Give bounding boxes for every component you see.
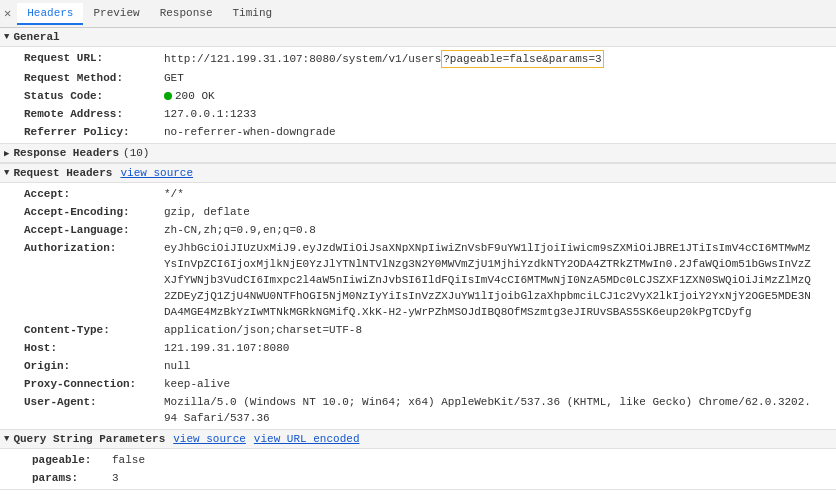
request-header-value: gzip, deflate [164, 204, 250, 220]
referrer-policy-value: no-referrer-when-downgrade [164, 124, 336, 140]
request-header-row: Accept-Language:zh-CN,zh;q=0.9,en;q=0.8 [0, 221, 836, 239]
request-headers-section: ▼ Request Headers view source Accept:*/*… [0, 164, 836, 430]
url-base: http://121.199.31.107:8080/system/v1/use… [164, 51, 441, 67]
request-header-row: Accept-Encoding:gzip, deflate [0, 203, 836, 221]
query-param-label: pageable: [32, 452, 112, 468]
request-header-label: Origin: [24, 358, 164, 374]
collapse-triangle: ▶ [4, 148, 9, 159]
query-string-section: ▼ Query String Parameters view source vi… [0, 430, 836, 490]
status-code-row: Status Code: 200 OK [0, 87, 836, 105]
request-header-label: Accept-Language: [24, 222, 164, 238]
response-headers-section-header[interactable]: ▶ Response Headers (10) [0, 144, 836, 163]
request-headers-content: Accept:*/*Accept-Encoding:gzip, deflateA… [0, 183, 836, 429]
request-url-label: Request URL: [24, 50, 164, 66]
general-section-title: General [13, 31, 59, 43]
request-header-label: User-Agent: [24, 394, 164, 426]
url-params: ?pageable=false&params=3 [441, 50, 603, 68]
request-header-row: Accept:*/* [0, 185, 836, 203]
general-section-header[interactable]: ▼ General [0, 28, 836, 47]
status-code-text: 200 OK [175, 90, 215, 102]
response-headers-count: (10) [123, 147, 149, 159]
request-header-label: Authorization: [24, 240, 164, 320]
remote-address-value: 127.0.0.1:1233 [164, 106, 256, 122]
response-headers-title: Response Headers [13, 147, 119, 159]
query-param-row: pageable:false [0, 451, 836, 469]
collapse-triangle: ▼ [4, 434, 9, 444]
tab-bar: ✕ Headers Preview Response Timing [0, 0, 836, 28]
query-string-title: Query String Parameters [13, 433, 165, 445]
tab-response[interactable]: Response [150, 3, 223, 25]
request-header-value: eyJhbGciOiJIUzUxMiJ9.eyJzdWIiOiJsaXNpXNp… [164, 240, 812, 320]
request-header-row: Authorization:eyJhbGciOiJIUzUxMiJ9.eyJzd… [0, 239, 836, 321]
request-method-label: Request Method: [24, 70, 164, 86]
request-header-value: null [164, 358, 190, 374]
request-header-label: Host: [24, 340, 164, 356]
request-url-value: http://121.199.31.107:8080/system/v1/use… [164, 50, 604, 68]
request-header-value: application/json;charset=UTF-8 [164, 322, 362, 338]
referrer-policy-row: Referrer Policy: no-referrer-when-downgr… [0, 123, 836, 141]
status-dot [164, 92, 172, 100]
query-param-row: params:3 [0, 469, 836, 487]
request-header-value: */* [164, 186, 184, 202]
request-headers-section-header[interactable]: ▼ Request Headers view source [0, 164, 836, 183]
request-header-label: Accept-Encoding: [24, 204, 164, 220]
qs-view-source-link[interactable]: view source [173, 433, 246, 445]
remote-address-label: Remote Address: [24, 106, 164, 122]
request-header-label: Accept: [24, 186, 164, 202]
tab-timing[interactable]: Timing [222, 3, 282, 25]
request-url-row: Request URL: http://121.199.31.107:8080/… [0, 49, 836, 69]
referrer-policy-label: Referrer Policy: [24, 124, 164, 140]
general-section: ▼ General Request URL: http://121.199.31… [0, 28, 836, 144]
status-code-value: 200 OK [164, 88, 215, 104]
query-string-section-header[interactable]: ▼ Query String Parameters view source vi… [0, 430, 836, 449]
request-header-value: zh-CN,zh;q=0.9,en;q=0.8 [164, 222, 316, 238]
request-header-value: Mozilla/5.0 (Windows NT 10.0; Win64; x64… [164, 394, 812, 426]
request-method-value: GET [164, 70, 184, 86]
status-code-label: Status Code: [24, 88, 164, 104]
qs-view-url-encoded-link[interactable]: view URL encoded [254, 433, 360, 445]
general-section-content: Request URL: http://121.199.31.107:8080/… [0, 47, 836, 143]
request-method-row: Request Method: GET [0, 69, 836, 87]
view-source-link[interactable]: view source [120, 167, 193, 179]
query-param-value: false [112, 452, 145, 468]
response-headers-section: ▶ Response Headers (10) [0, 144, 836, 164]
query-string-content: pageable:falseparams:3 [0, 449, 836, 489]
remote-address-row: Remote Address: 127.0.0.1:1233 [0, 105, 836, 123]
close-icon[interactable]: ✕ [4, 6, 11, 21]
query-param-value: 3 [112, 470, 119, 486]
request-header-value: keep-alive [164, 376, 230, 392]
request-header-row: Origin:null [0, 357, 836, 375]
tab-headers[interactable]: Headers [17, 3, 83, 25]
collapse-triangle: ▼ [4, 168, 9, 178]
request-header-label: Content-Type: [24, 322, 164, 338]
tab-preview[interactable]: Preview [83, 3, 149, 25]
request-header-row: Content-Type:application/json;charset=UT… [0, 321, 836, 339]
collapse-triangle: ▼ [4, 32, 9, 42]
query-param-label: params: [32, 470, 112, 486]
request-header-row: Proxy-Connection:keep-alive [0, 375, 836, 393]
request-header-label: Proxy-Connection: [24, 376, 164, 392]
request-header-row: Host:121.199.31.107:8080 [0, 339, 836, 357]
request-header-row: User-Agent:Mozilla/5.0 (Windows NT 10.0;… [0, 393, 836, 427]
request-header-value: 121.199.31.107:8080 [164, 340, 289, 356]
request-headers-title: Request Headers [13, 167, 112, 179]
